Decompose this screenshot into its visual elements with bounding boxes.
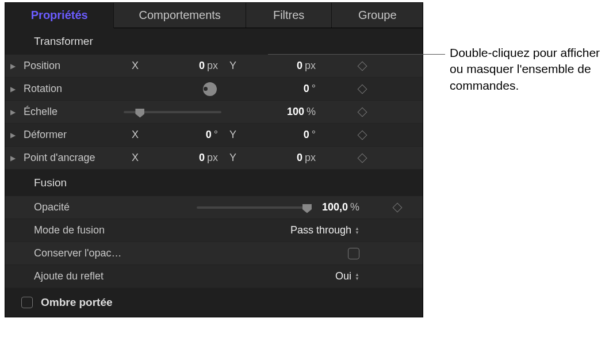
keyframe-position[interactable] <box>358 61 367 71</box>
row-opacity: Opacité 100,0% <box>5 196 423 219</box>
row-position: ▶ Position X 0px Y 0px <box>5 55 423 78</box>
position-x-label: X <box>124 60 147 72</box>
popup-arrows-icon: ▲▼ <box>355 227 359 235</box>
opacity-slider[interactable] <box>197 201 312 214</box>
label-blend-mode: Mode de fusion <box>20 224 135 236</box>
row-preserve-opacity: Conserver l'opac… <box>5 242 423 265</box>
section-header-blending[interactable]: Fusion <box>5 170 423 196</box>
label-anchor: Point d'ancrage <box>20 152 124 164</box>
keyframe-opacity[interactable] <box>393 202 403 212</box>
callout-line <box>268 54 445 55</box>
position-y-value[interactable]: 0px <box>244 60 319 72</box>
label-opacity: Opacité <box>20 201 135 213</box>
position-x-value[interactable]: 0px <box>147 60 221 72</box>
shear-y-label: Y <box>221 129 244 141</box>
shear-x-value[interactable]: 0° <box>147 129 221 141</box>
tab-group[interactable]: Groupe <box>332 3 423 28</box>
label-reflection: Ajoute du reflet <box>20 270 135 282</box>
row-drop-shadow: Ombre portée <box>5 288 423 317</box>
shear-y-value[interactable]: 0° <box>244 129 319 141</box>
row-scale: ▶ Échelle 100% <box>5 101 423 124</box>
drop-shadow-checkbox[interactable] <box>21 297 33 308</box>
label-rotation: Rotation <box>20 83 124 95</box>
rotation-value[interactable]: 0° <box>244 83 319 95</box>
anchor-y-value[interactable]: 0px <box>244 152 319 164</box>
rotation-dial[interactable] <box>203 82 217 96</box>
opacity-value[interactable]: 100,0% <box>322 201 359 213</box>
preserve-opacity-checkbox[interactable] <box>348 248 359 259</box>
keyframe-scale[interactable] <box>358 107 367 117</box>
label-preserve-opacity: Conserver l'opac… <box>20 247 135 259</box>
anchor-x-value[interactable]: 0px <box>147 152 221 164</box>
row-blend-mode: Mode de fusion Pass through ▲▼ <box>5 219 423 242</box>
section-header-transform[interactable]: Transformer <box>5 28 423 55</box>
row-anchor: ▶ Point d'ancrage X 0px Y 0px <box>5 147 423 170</box>
label-scale: Échelle <box>20 106 124 118</box>
anchor-x-label: X <box>124 152 147 164</box>
disclosure-shear[interactable]: ▶ <box>5 131 20 139</box>
tab-behaviors[interactable]: Comportements <box>114 3 246 28</box>
disclosure-scale[interactable]: ▶ <box>5 108 20 116</box>
keyframe-rotation[interactable] <box>358 84 367 94</box>
position-y-label: Y <box>221 60 244 72</box>
label-position: Position <box>20 60 124 72</box>
label-shear: Déformer <box>20 129 124 141</box>
tab-filters[interactable]: Filtres <box>246 3 332 28</box>
popup-arrows-icon: ▲▼ <box>355 273 359 281</box>
reflection-popup[interactable]: Oui ▲▼ <box>335 270 359 282</box>
keyframe-shear[interactable] <box>358 130 367 140</box>
scale-value[interactable]: 100% <box>244 106 319 118</box>
tab-properties[interactable]: Propriétés <box>5 3 114 28</box>
row-shear: ▶ Déformer X 0° Y 0° <box>5 124 423 147</box>
disclosure-anchor[interactable]: ▶ <box>5 154 20 162</box>
row-rotation: ▶ Rotation 0° <box>5 78 423 101</box>
scale-slider[interactable] <box>124 105 221 119</box>
callout-text: Double-cliquez pour afficher ou masquer … <box>450 45 605 94</box>
inspector-panel: Propriétés Comportements Filtres Groupe … <box>5 2 423 317</box>
disclosure-rotation[interactable]: ▶ <box>5 85 20 93</box>
blend-mode-popup[interactable]: Pass through ▲▼ <box>290 224 359 236</box>
label-drop-shadow: Ombre portée <box>41 296 113 309</box>
tab-bar: Propriétés Comportements Filtres Groupe <box>5 3 423 28</box>
row-reflection: Ajoute du reflet Oui ▲▼ <box>5 265 423 288</box>
anchor-y-label: Y <box>221 152 244 164</box>
disclosure-position[interactable]: ▶ <box>5 62 20 70</box>
shear-x-label: X <box>124 129 147 141</box>
keyframe-anchor[interactable] <box>358 153 367 163</box>
